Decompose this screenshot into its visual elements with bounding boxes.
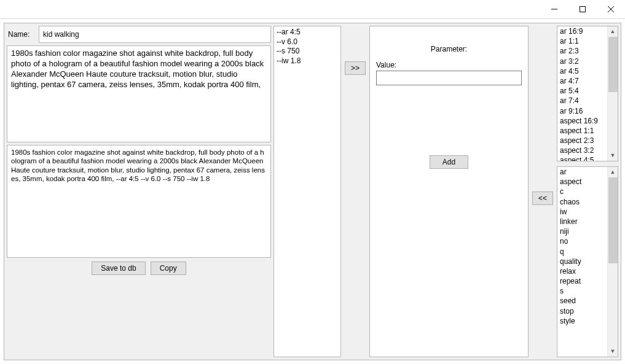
scroll-down-icon[interactable]: ▼ bbox=[608, 150, 618, 161]
list-item[interactable]: linker bbox=[559, 217, 606, 227]
list-item[interactable]: ar 4:5 bbox=[559, 66, 606, 76]
main-panel: Name: 1980s fashion color magazine shot … bbox=[4, 23, 621, 360]
list-item[interactable]: repeat bbox=[559, 276, 606, 286]
value-input[interactable] bbox=[376, 71, 522, 85]
minimize-button[interactable] bbox=[540, 0, 568, 18]
add-button[interactable]: Add bbox=[430, 155, 468, 169]
list-item[interactable]: --s 750 bbox=[277, 47, 338, 56]
param-names-listbox[interactable]: ar aspect c chaos iw linker niji no q qu… bbox=[557, 166, 618, 357]
list-item[interactable]: --v 6.0 bbox=[277, 37, 338, 47]
scroll-thumb[interactable] bbox=[608, 177, 618, 263]
parameter-label: Parameter: bbox=[376, 45, 522, 53]
list-item[interactable]: s bbox=[559, 286, 606, 296]
list-item[interactable]: chaos bbox=[559, 197, 606, 207]
right-column: ar 16:9 ar 1:1 ar 2:3 ar 3:2 ar 4:5 ar 4… bbox=[557, 26, 618, 357]
back-button[interactable]: << bbox=[532, 192, 553, 205]
maximize-button[interactable] bbox=[568, 0, 597, 18]
list-item[interactable]: q bbox=[559, 247, 606, 257]
list-item[interactable]: ar 9:16 bbox=[559, 106, 606, 116]
list-item[interactable]: niji bbox=[559, 227, 606, 236]
list-item[interactable]: seed bbox=[559, 296, 606, 306]
parameter-editor: Parameter: Value: Add bbox=[369, 26, 529, 357]
list-item[interactable]: ar 7:4 bbox=[559, 96, 606, 106]
list-item[interactable]: iw bbox=[559, 207, 606, 217]
list-item[interactable]: ar 4:7 bbox=[559, 76, 606, 86]
scroll-up-icon[interactable]: ▲ bbox=[608, 167, 618, 177]
window-titlebar bbox=[0, 0, 625, 18]
list-item[interactable]: --ar 4:5 bbox=[277, 28, 338, 37]
list-item[interactable]: aspect 4:5 bbox=[559, 155, 606, 161]
list-item[interactable]: stop bbox=[559, 306, 606, 316]
copy-button[interactable]: Copy bbox=[151, 261, 186, 275]
list-item[interactable]: ar 3:2 bbox=[559, 56, 606, 66]
scrollbar[interactable]: ▲ ▼ bbox=[607, 26, 618, 161]
list-item[interactable]: aspect bbox=[559, 177, 606, 187]
list-item[interactable]: aspect 1:1 bbox=[559, 126, 606, 136]
list-item[interactable]: aspect 16:9 bbox=[559, 116, 606, 126]
left-column: Name: 1980s fashion color magazine shot … bbox=[7, 26, 271, 357]
list-item[interactable]: no bbox=[559, 236, 606, 246]
save-to-db-button[interactable]: Save to db bbox=[92, 261, 145, 275]
list-item[interactable]: aspect 3:2 bbox=[559, 145, 606, 155]
list-item[interactable]: aspect 2:3 bbox=[559, 136, 606, 145]
result-output: 1980s fashion color magazine shot agains… bbox=[7, 145, 271, 258]
list-item[interactable]: ar 16:9 bbox=[559, 26, 606, 36]
svg-rect-1 bbox=[580, 7, 586, 12]
scrollbar[interactable]: ▲ ▼ bbox=[607, 167, 618, 357]
name-input[interactable] bbox=[39, 26, 271, 43]
list-item[interactable]: ar 5:4 bbox=[559, 86, 606, 96]
scroll-up-icon[interactable]: ▲ bbox=[608, 26, 618, 37]
list-item[interactable]: relax bbox=[559, 266, 606, 276]
close-button[interactable] bbox=[597, 0, 625, 18]
advance-button[interactable]: >> bbox=[345, 61, 366, 75]
prompt-textarea[interactable] bbox=[7, 45, 271, 142]
list-item[interactable]: style bbox=[559, 316, 606, 326]
scroll-down-icon[interactable]: ▼ bbox=[608, 346, 618, 357]
preset-listbox[interactable]: ar 16:9 ar 1:1 ar 2:3 ar 3:2 ar 4:5 ar 4… bbox=[557, 26, 618, 161]
list-item[interactable]: quality bbox=[559, 257, 606, 266]
scroll-thumb[interactable] bbox=[608, 37, 618, 92]
list-item[interactable]: ar bbox=[559, 167, 606, 177]
value-label: Value: bbox=[376, 61, 522, 69]
list-item[interactable]: ar 2:3 bbox=[559, 46, 606, 56]
name-label: Name: bbox=[7, 30, 39, 39]
list-item[interactable]: ar 1:1 bbox=[559, 36, 606, 46]
list-item[interactable]: c bbox=[559, 187, 606, 196]
list-item[interactable]: --iw 1.8 bbox=[277, 56, 338, 66]
applied-params-list[interactable]: --ar 4:5 --v 6.0 --s 750 --iw 1.8 bbox=[273, 26, 341, 357]
